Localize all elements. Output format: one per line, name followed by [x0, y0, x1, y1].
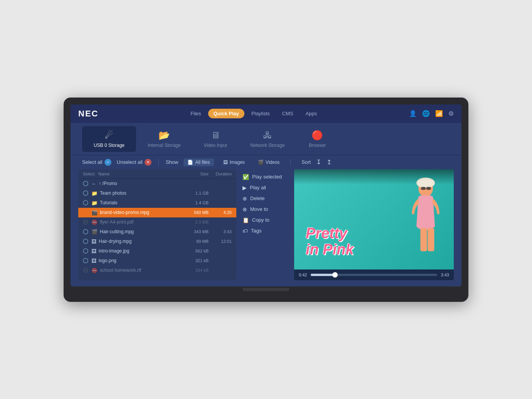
- col-header-select: Select: [83, 172, 98, 176]
- list-item-team-photos[interactable]: 📁 Team photos 1.1 GB: [78, 189, 236, 198]
- radio-parent[interactable]: [83, 181, 88, 186]
- list-item-intro-image[interactable]: 🖼 intro-image.jpg 562 kB: [78, 246, 236, 256]
- internal-label: Internal Storage: [148, 143, 180, 148]
- unselect-all-btn[interactable]: Unselect all ✕: [117, 159, 152, 166]
- storage-internal[interactable]: 📂 Internal Storage: [136, 126, 192, 152]
- wifi-icon[interactable]: 📶: [435, 110, 443, 117]
- radio-logo[interactable]: [83, 258, 88, 263]
- tv-screen: NEC Files Quick Play Playlists CMS Apps …: [71, 104, 461, 286]
- svg-point-2: [418, 179, 434, 187]
- play-all-label: Play all: [250, 185, 266, 190]
- radio-hair-drying[interactable]: [83, 239, 88, 244]
- radio-school[interactable]: [83, 268, 88, 273]
- toolbar: Select all ✓ Unselect all ✕ Show 📄 All f…: [71, 155, 461, 169]
- list-item-hair-cutting[interactable]: 🎬 Hair-cutting.mpg 343 MB 3:43: [78, 227, 236, 237]
- video-icon-brand: 🎬: [91, 210, 98, 215]
- time-total: 3:43: [441, 273, 449, 277]
- radio-team-photos[interactable]: [83, 190, 88, 196]
- filter-videos-label: Videos: [266, 160, 279, 165]
- file-list-container: Select Name Size Duration ← ↑ /Promo 📁: [78, 169, 236, 280]
- storage-network[interactable]: 🖧 Network Storage: [239, 126, 296, 152]
- nav-cms[interactable]: CMS: [277, 109, 299, 118]
- radio-hair-cutting[interactable]: [83, 229, 88, 234]
- storage-browser[interactable]: 🔴 Browser: [296, 126, 338, 152]
- nav-apps[interactable]: Apps: [300, 109, 323, 118]
- delete-label: Delete: [250, 195, 265, 201]
- progress-thumb[interactable]: [332, 272, 338, 278]
- select-all-label: Select all: [82, 159, 103, 165]
- ctx-delete[interactable]: ⊗ Delete: [240, 195, 290, 202]
- folder-icon-team: 📁: [91, 190, 98, 196]
- image-icon: 🖼: [223, 160, 228, 165]
- ctx-move-to[interactable]: ⊗ Move to: [240, 205, 290, 213]
- language-icon[interactable]: 🌐: [422, 110, 430, 117]
- filter-all-label: All files: [195, 160, 210, 165]
- radio-flyer[interactable]: [83, 219, 88, 225]
- settings-icon[interactable]: ⚙: [448, 110, 454, 117]
- folder-icon-tutorials: 📁: [91, 200, 98, 206]
- list-item-parent[interactable]: ← ↑ /Promo: [78, 179, 236, 189]
- unselect-all-label: Unselect all: [117, 159, 143, 165]
- network-icon: 🖧: [263, 130, 272, 141]
- filter-videos-btn[interactable]: 🎬 Videos: [254, 158, 283, 166]
- brand-video-size: 560 MB: [178, 210, 209, 215]
- radio-brand-video[interactable]: [83, 210, 88, 215]
- progress-bar[interactable]: [311, 274, 437, 276]
- context-menu: ✅ Play selected ▶ Play all ⊗ Delete ⊗ Mo…: [240, 169, 290, 280]
- video-input-label: Video Input: [204, 143, 227, 148]
- usb-icon: ☄: [105, 130, 113, 141]
- storage-video-input[interactable]: 🖥 Video Input: [192, 126, 239, 152]
- hair-cutting-name: Hair-cutting.mpg: [100, 229, 178, 234]
- file-list-header: Select Name Size Duration: [78, 169, 236, 179]
- ctx-copy-to[interactable]: 📋 Copy to: [240, 216, 290, 224]
- filter-all-btn[interactable]: 📄 All files: [184, 158, 214, 166]
- ctx-play-selected[interactable]: ✅ Play selected: [240, 173, 290, 181]
- time-current: 0:42: [299, 273, 307, 277]
- copy-icon: 📋: [242, 217, 249, 223]
- x-icon: ✕: [145, 159, 152, 166]
- toolbar-divider2: [290, 159, 291, 166]
- sort-asc-icon[interactable]: ↧: [316, 158, 321, 166]
- image-icon-logo: 🖼: [91, 258, 96, 264]
- flyer-size: 2.3 MB: [178, 220, 209, 224]
- sort-desc-icon[interactable]: ↥: [327, 158, 332, 166]
- header: NEC Files Quick Play Playlists CMS Apps …: [71, 104, 461, 123]
- brand-video-name: brand-video-promo.mpg: [100, 210, 178, 215]
- browser-icon: 🔴: [311, 130, 323, 141]
- file-icon: 📄: [187, 160, 193, 165]
- video-controls: 0:42 3:43: [294, 269, 454, 280]
- account-icon[interactable]: 👤: [409, 110, 417, 117]
- header-icons: 👤 🌐 📶 ⚙: [409, 110, 454, 117]
- parent-name: ↑ /Promo: [99, 181, 178, 186]
- list-item-brand-video[interactable]: 🎬 brand-video-promo.mpg 560 MB 4:20: [78, 208, 236, 217]
- radio-intro-image[interactable]: [83, 248, 88, 254]
- filter-images-btn[interactable]: 🖼 Images: [219, 158, 249, 166]
- select-all-btn[interactable]: Select all ✓: [82, 159, 111, 166]
- brand-video-dur: 4:20: [209, 210, 232, 215]
- hair-cutting-dur: 3:43: [209, 229, 232, 234]
- list-item-school[interactable]: ⛔ school homework.rtf 334 kB: [78, 266, 236, 275]
- ctx-tags[interactable]: 🏷 Tags: [240, 227, 290, 235]
- ctx-play-all[interactable]: ▶ Play all: [240, 184, 290, 192]
- check-icon: ✓: [104, 159, 111, 166]
- list-item-tutorials[interactable]: 📁 Tutorials 1.4 GB: [78, 198, 236, 208]
- nav-quickplay[interactable]: Quick Play: [208, 109, 244, 118]
- nav-files[interactable]: Files: [185, 109, 206, 118]
- parent-icon: ←: [91, 181, 96, 187]
- team-photos-size: 1.1 GB: [178, 191, 209, 195]
- list-item-logo[interactable]: 🖼 logo.png 321 kB: [78, 256, 236, 266]
- internal-icon: 📂: [158, 130, 170, 141]
- list-item-flyer[interactable]: ⛔ flyer A4-print.pdf 2.3 MB: [78, 217, 236, 227]
- nav-playlists[interactable]: Playlists: [246, 109, 275, 118]
- team-photos-name: Team photos: [100, 190, 178, 196]
- delete-icon: ⊗: [242, 195, 247, 202]
- list-item-hair-drying[interactable]: 🖼 Hair-drying.mpg 89 MB 12:01: [78, 237, 236, 246]
- school-name: school homework.rtf: [100, 268, 178, 273]
- storage-usb[interactable]: ☄ USB 0 Storage: [82, 126, 136, 152]
- woman-silhouette: [392, 177, 446, 269]
- blocked-icon-flyer: ⛔: [91, 219, 98, 225]
- logo-size: 321 kB: [178, 258, 209, 263]
- hair-drying-size: 89 MB: [178, 239, 209, 244]
- radio-tutorials[interactable]: [83, 200, 88, 205]
- play-selected-icon: ✅: [242, 174, 249, 180]
